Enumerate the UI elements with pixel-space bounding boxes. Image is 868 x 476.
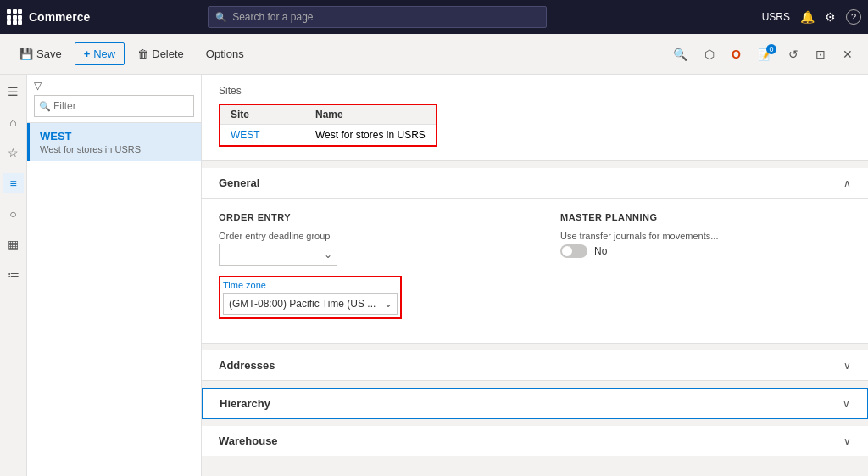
warehouse-section-header[interactable]: Warehouse ∨ [202,426,868,456]
app-grid-icon[interactable] [7,9,22,25]
general-columns: ORDER ENTRY Order entry deadline group [219,212,851,329]
new-label: New [93,48,115,60]
toggle-value-label: No [594,245,607,257]
list-filter-area: ▽ 🔍 [27,75,201,123]
name-col-header: Name [305,105,390,124]
save-label: Save [36,48,62,60]
timezone-label: Time zone [223,280,398,290]
notification-icon[interactable]: 🔔 [800,10,815,24]
sites-table-header: Site Name [220,105,436,125]
save-icon: 💾 [19,48,33,60]
filter-funnel-icon: ▽ [34,80,42,92]
search-icon: 🔍 [215,12,227,23]
user-label: USRS [762,11,790,23]
timezone-field: Time zone (GMT-08:00) Pacific Time (US .… [219,276,509,319]
toolbar: 💾 Save + New 🗑 Delete Options 🔍 ⬡ O 📝 0 … [0,34,868,75]
delete-icon: 🗑 [137,48,148,60]
content-panel: Sites Site Name WEST West for stores in … [202,75,868,476]
sidebar-home-icon[interactable]: ⌂ [3,112,24,132]
options-label: Options [206,48,244,60]
search-placeholder: Search for a page [232,11,313,23]
sidebar-filter-icon[interactable]: ≔ [3,265,24,285]
timezone-box: Time zone (GMT-08:00) Pacific Time (US .… [219,276,402,319]
list-item-title: WEST [40,130,191,143]
global-search[interactable]: 🔍 Search for a page [208,6,547,28]
list-item-west[interactable]: WEST West for stores in USRS [27,123,201,161]
deadline-group-select[interactable] [219,244,337,266]
timezone-select-wrap: (GMT-08:00) Pacific Time (US ... [223,293,398,315]
warehouse-section: Warehouse ∨ [202,426,868,456]
master-planning-column: MASTER PLANNING Use transfer journals fo… [560,212,851,329]
addresses-section: Addresses ∨ [202,350,868,381]
new-button[interactable]: + New [75,42,125,65]
deadline-group-select-wrap [219,244,337,266]
sidebar-star-icon[interactable]: ☆ [3,143,24,163]
sites-section: Sites Site Name WEST West for stores in … [202,75,868,161]
general-section: General ∧ ORDER ENTRY Order entry deadli… [202,168,868,344]
refresh-icon[interactable]: ↺ [783,44,804,64]
list-panel: ▽ 🔍 WEST West for stores in USRS [27,75,202,476]
link-icon[interactable]: ⬡ [699,44,720,64]
filter-input-wrap: 🔍 [34,95,194,117]
toolbar-search-icon[interactable]: 🔍 [668,44,693,64]
sidebar-clock-icon[interactable]: ○ [3,204,24,224]
general-chevron-icon: ∧ [843,177,851,189]
badge-icon[interactable]: 📝 0 [753,44,776,64]
hierarchy-section-header[interactable]: Hierarchy ∨ [203,389,867,418]
filter-input[interactable] [34,95,194,117]
top-nav-bar: Commerce 🔍 Search for a page USRS 🔔 ⚙ ? [0,0,868,34]
hierarchy-section-title: Hierarchy [220,397,270,410]
options-button[interactable]: Options [197,42,253,65]
order-entry-label: ORDER ENTRY [219,212,509,222]
transfer-journals-label: Use transfer journals for movements... [560,231,851,241]
toggle-switch[interactable] [560,244,587,258]
hierarchy-chevron-icon: ∨ [843,398,850,410]
site-col-header: Site [220,105,305,124]
office-icon[interactable]: O [726,44,746,64]
settings-icon[interactable]: ⚙ [825,10,836,24]
list-item-subtitle: West for stores in USRS [40,144,191,154]
delete-button[interactable]: 🗑 Delete [128,42,193,65]
filter-search-icon: 🔍 [39,101,51,112]
toggle-row: No [560,244,851,258]
general-section-body: ORDER ENTRY Order entry deadline group [202,199,868,344]
master-planning-label: MASTER PLANNING [560,212,851,222]
sites-table: Site Name WEST West for stores in USRS [219,104,437,147]
icon-sidebar: ☰ ⌂ ☆ ≡ ○ ▦ ≔ [0,75,27,476]
delete-label: Delete [152,48,184,60]
site-code-cell[interactable]: WEST [220,125,305,145]
sidebar-chart-icon[interactable]: ▦ [3,234,24,255]
deadline-group-field: Order entry deadline group [219,231,509,266]
sidebar-list-icon[interactable]: ≡ [3,173,24,193]
sidebar-menu-icon[interactable]: ☰ [3,81,24,102]
new-plus-icon: + [84,48,91,60]
close-icon[interactable]: ✕ [837,44,858,64]
general-section-title: General [219,176,259,189]
general-section-header[interactable]: General ∧ [202,168,868,199]
main-layout: ☰ ⌂ ☆ ≡ ○ ▦ ≔ ▽ 🔍 WEST West for stores i… [0,75,868,476]
timezone-select[interactable]: (GMT-08:00) Pacific Time (US ... [223,293,398,315]
hierarchy-section: Hierarchy ∨ [202,388,868,419]
addresses-chevron-icon: ∨ [843,360,851,372]
save-button[interactable]: 💾 Save [10,42,71,65]
sites-section-label: Sites [219,85,851,97]
sites-table-row[interactable]: WEST West for stores in USRS [220,125,436,145]
warehouse-chevron-icon: ∨ [843,435,851,447]
addresses-section-header[interactable]: Addresses ∨ [202,350,868,381]
detach-icon[interactable]: ⊡ [810,44,831,64]
warehouse-section-title: Warehouse [219,434,278,447]
toolbar-right-icons: 🔍 ⬡ O 📝 0 ↺ ⊡ ✕ [668,44,858,64]
order-entry-column: ORDER ENTRY Order entry deadline group [219,212,509,329]
addresses-section-title: Addresses [219,359,275,372]
deadline-group-label: Order entry deadline group [219,231,509,241]
transfer-journals-field: Use transfer journals for movements... N… [560,231,851,258]
top-nav-right-area: USRS 🔔 ⚙ ? [762,9,861,25]
site-name-cell: West for stores in USRS [305,125,436,145]
help-icon[interactable]: ? [846,9,861,25]
app-title: Commerce [29,10,90,24]
